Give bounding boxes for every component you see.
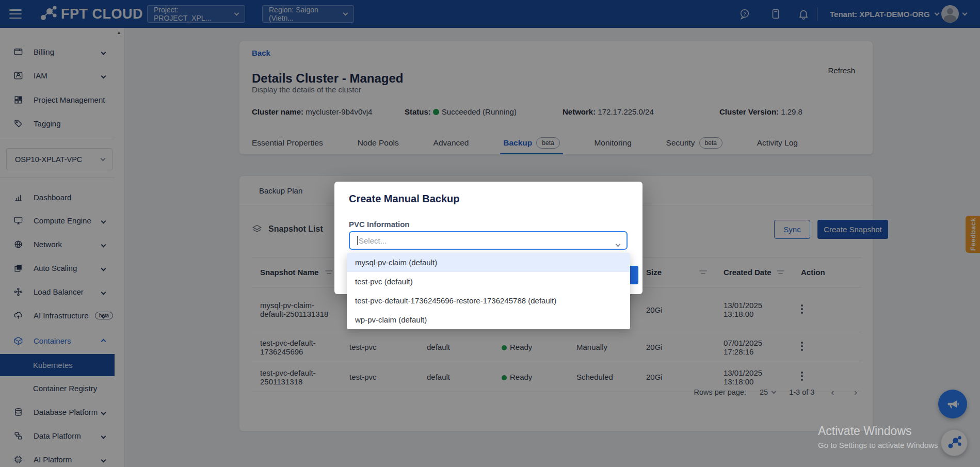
screen: FPT CLOUD Project: PROJECT_XPL... Region… [0, 0, 980, 467]
pvc-information-label: PVC Information [349, 220, 410, 229]
option-wp-pv-claim[interactable]: wp-pv-claim (default) [347, 310, 630, 329]
text-cursor [357, 236, 358, 245]
chevron-down-icon [616, 242, 621, 247]
select-placeholder: Select... [359, 236, 387, 245]
option-test-pvc[interactable]: test-pvc (default) [347, 272, 630, 291]
option-mysql-pv-claim[interactable]: mysql-pv-claim (default) [347, 253, 630, 272]
pvc-select-input[interactable]: Select... [349, 231, 628, 250]
option-test-pvc-restore[interactable]: test-pvc-default-1736245696-restore-1736… [347, 291, 630, 310]
modal-title: Create Manual Backup [349, 193, 460, 205]
pvc-options-dropdown: mysql-pv-claim (default) test-pvc (defau… [347, 253, 630, 329]
